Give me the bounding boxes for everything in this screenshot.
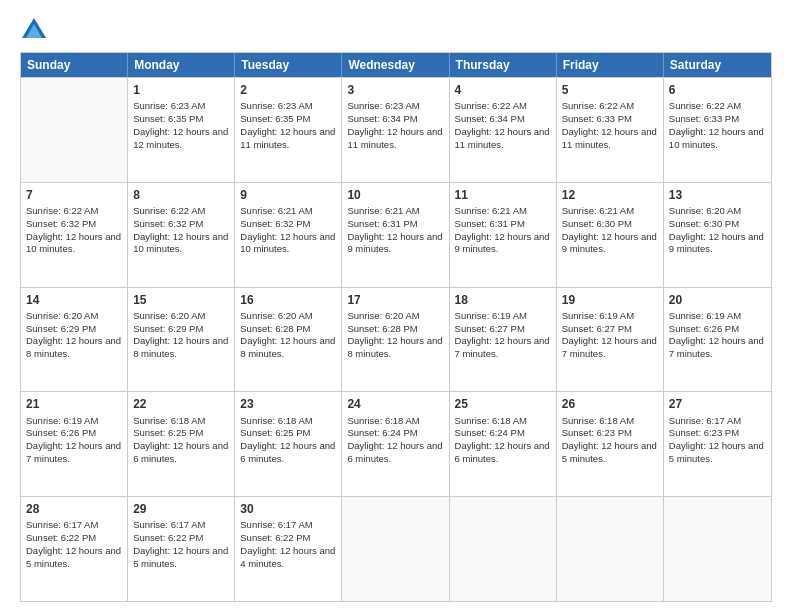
- calendar-header: SundayMondayTuesdayWednesdayThursdayFrid…: [21, 53, 771, 77]
- day-info: Sunrise: 6:19 AM Sunset: 6:26 PM Dayligh…: [26, 415, 121, 464]
- day-info: Sunrise: 6:18 AM Sunset: 6:24 PM Dayligh…: [347, 415, 442, 464]
- day-number: 2: [240, 82, 336, 98]
- day-header-friday: Friday: [557, 53, 664, 77]
- day-cell-11: 11Sunrise: 6:21 AM Sunset: 6:31 PM Dayli…: [450, 183, 557, 287]
- header: [20, 16, 772, 44]
- page: SundayMondayTuesdayWednesdayThursdayFrid…: [0, 0, 792, 612]
- day-info: Sunrise: 6:20 AM Sunset: 6:30 PM Dayligh…: [669, 205, 764, 254]
- day-cell-2: 2Sunrise: 6:23 AM Sunset: 6:35 PM Daylig…: [235, 78, 342, 182]
- day-number: 7: [26, 187, 122, 203]
- day-header-saturday: Saturday: [664, 53, 771, 77]
- day-number: 22: [133, 396, 229, 412]
- day-info: Sunrise: 6:23 AM Sunset: 6:35 PM Dayligh…: [133, 100, 228, 149]
- day-info: Sunrise: 6:20 AM Sunset: 6:29 PM Dayligh…: [26, 310, 121, 359]
- day-number: 27: [669, 396, 766, 412]
- day-info: Sunrise: 6:19 AM Sunset: 6:27 PM Dayligh…: [455, 310, 550, 359]
- day-info: Sunrise: 6:17 AM Sunset: 6:22 PM Dayligh…: [26, 519, 121, 568]
- day-number: 18: [455, 292, 551, 308]
- day-info: Sunrise: 6:22 AM Sunset: 6:32 PM Dayligh…: [26, 205, 121, 254]
- day-number: 26: [562, 396, 658, 412]
- empty-cell: [557, 497, 664, 601]
- day-info: Sunrise: 6:18 AM Sunset: 6:23 PM Dayligh…: [562, 415, 657, 464]
- day-number: 14: [26, 292, 122, 308]
- day-header-wednesday: Wednesday: [342, 53, 449, 77]
- day-cell-20: 20Sunrise: 6:19 AM Sunset: 6:26 PM Dayli…: [664, 288, 771, 392]
- day-header-monday: Monday: [128, 53, 235, 77]
- day-number: 24: [347, 396, 443, 412]
- empty-cell: [450, 497, 557, 601]
- day-info: Sunrise: 6:23 AM Sunset: 6:34 PM Dayligh…: [347, 100, 442, 149]
- day-cell-25: 25Sunrise: 6:18 AM Sunset: 6:24 PM Dayli…: [450, 392, 557, 496]
- day-info: Sunrise: 6:20 AM Sunset: 6:28 PM Dayligh…: [240, 310, 335, 359]
- day-number: 21: [26, 396, 122, 412]
- day-cell-22: 22Sunrise: 6:18 AM Sunset: 6:25 PM Dayli…: [128, 392, 235, 496]
- day-cell-17: 17Sunrise: 6:20 AM Sunset: 6:28 PM Dayli…: [342, 288, 449, 392]
- day-cell-21: 21Sunrise: 6:19 AM Sunset: 6:26 PM Dayli…: [21, 392, 128, 496]
- day-cell-30: 30Sunrise: 6:17 AM Sunset: 6:22 PM Dayli…: [235, 497, 342, 601]
- day-cell-13: 13Sunrise: 6:20 AM Sunset: 6:30 PM Dayli…: [664, 183, 771, 287]
- day-info: Sunrise: 6:23 AM Sunset: 6:35 PM Dayligh…: [240, 100, 335, 149]
- calendar-row-2: 14Sunrise: 6:20 AM Sunset: 6:29 PM Dayli…: [21, 287, 771, 392]
- day-info: Sunrise: 6:18 AM Sunset: 6:25 PM Dayligh…: [240, 415, 335, 464]
- empty-cell: [21, 78, 128, 182]
- day-number: 3: [347, 82, 443, 98]
- day-number: 20: [669, 292, 766, 308]
- day-number: 10: [347, 187, 443, 203]
- day-info: Sunrise: 6:18 AM Sunset: 6:24 PM Dayligh…: [455, 415, 550, 464]
- day-cell-29: 29Sunrise: 6:17 AM Sunset: 6:22 PM Dayli…: [128, 497, 235, 601]
- day-number: 8: [133, 187, 229, 203]
- day-cell-18: 18Sunrise: 6:19 AM Sunset: 6:27 PM Dayli…: [450, 288, 557, 392]
- day-info: Sunrise: 6:17 AM Sunset: 6:23 PM Dayligh…: [669, 415, 764, 464]
- day-info: Sunrise: 6:21 AM Sunset: 6:32 PM Dayligh…: [240, 205, 335, 254]
- day-info: Sunrise: 6:20 AM Sunset: 6:28 PM Dayligh…: [347, 310, 442, 359]
- day-cell-27: 27Sunrise: 6:17 AM Sunset: 6:23 PM Dayli…: [664, 392, 771, 496]
- day-cell-12: 12Sunrise: 6:21 AM Sunset: 6:30 PM Dayli…: [557, 183, 664, 287]
- calendar-row-3: 21Sunrise: 6:19 AM Sunset: 6:26 PM Dayli…: [21, 391, 771, 496]
- day-info: Sunrise: 6:17 AM Sunset: 6:22 PM Dayligh…: [240, 519, 335, 568]
- day-info: Sunrise: 6:21 AM Sunset: 6:31 PM Dayligh…: [347, 205, 442, 254]
- day-header-tuesday: Tuesday: [235, 53, 342, 77]
- day-info: Sunrise: 6:22 AM Sunset: 6:33 PM Dayligh…: [669, 100, 764, 149]
- day-number: 28: [26, 501, 122, 517]
- day-cell-3: 3Sunrise: 6:23 AM Sunset: 6:34 PM Daylig…: [342, 78, 449, 182]
- calendar-row-4: 28Sunrise: 6:17 AM Sunset: 6:22 PM Dayli…: [21, 496, 771, 601]
- day-info: Sunrise: 6:21 AM Sunset: 6:31 PM Dayligh…: [455, 205, 550, 254]
- day-number: 9: [240, 187, 336, 203]
- day-cell-24: 24Sunrise: 6:18 AM Sunset: 6:24 PM Dayli…: [342, 392, 449, 496]
- day-cell-10: 10Sunrise: 6:21 AM Sunset: 6:31 PM Dayli…: [342, 183, 449, 287]
- day-cell-5: 5Sunrise: 6:22 AM Sunset: 6:33 PM Daylig…: [557, 78, 664, 182]
- day-number: 6: [669, 82, 766, 98]
- day-number: 12: [562, 187, 658, 203]
- day-info: Sunrise: 6:22 AM Sunset: 6:33 PM Dayligh…: [562, 100, 657, 149]
- day-number: 1: [133, 82, 229, 98]
- day-number: 17: [347, 292, 443, 308]
- day-info: Sunrise: 6:19 AM Sunset: 6:26 PM Dayligh…: [669, 310, 764, 359]
- day-info: Sunrise: 6:20 AM Sunset: 6:29 PM Dayligh…: [133, 310, 228, 359]
- day-header-thursday: Thursday: [450, 53, 557, 77]
- logo-icon: [20, 16, 48, 44]
- day-info: Sunrise: 6:17 AM Sunset: 6:22 PM Dayligh…: [133, 519, 228, 568]
- day-number: 19: [562, 292, 658, 308]
- calendar-body: 1Sunrise: 6:23 AM Sunset: 6:35 PM Daylig…: [21, 77, 771, 601]
- day-number: 16: [240, 292, 336, 308]
- day-info: Sunrise: 6:22 AM Sunset: 6:34 PM Dayligh…: [455, 100, 550, 149]
- day-cell-9: 9Sunrise: 6:21 AM Sunset: 6:32 PM Daylig…: [235, 183, 342, 287]
- day-cell-16: 16Sunrise: 6:20 AM Sunset: 6:28 PM Dayli…: [235, 288, 342, 392]
- empty-cell: [664, 497, 771, 601]
- day-number: 11: [455, 187, 551, 203]
- calendar-row-0: 1Sunrise: 6:23 AM Sunset: 6:35 PM Daylig…: [21, 77, 771, 182]
- day-number: 4: [455, 82, 551, 98]
- day-cell-7: 7Sunrise: 6:22 AM Sunset: 6:32 PM Daylig…: [21, 183, 128, 287]
- day-number: 15: [133, 292, 229, 308]
- day-number: 13: [669, 187, 766, 203]
- day-info: Sunrise: 6:22 AM Sunset: 6:32 PM Dayligh…: [133, 205, 228, 254]
- day-cell-1: 1Sunrise: 6:23 AM Sunset: 6:35 PM Daylig…: [128, 78, 235, 182]
- day-number: 30: [240, 501, 336, 517]
- day-cell-14: 14Sunrise: 6:20 AM Sunset: 6:29 PM Dayli…: [21, 288, 128, 392]
- day-cell-28: 28Sunrise: 6:17 AM Sunset: 6:22 PM Dayli…: [21, 497, 128, 601]
- day-number: 29: [133, 501, 229, 517]
- day-info: Sunrise: 6:21 AM Sunset: 6:30 PM Dayligh…: [562, 205, 657, 254]
- day-number: 25: [455, 396, 551, 412]
- day-number: 23: [240, 396, 336, 412]
- day-cell-6: 6Sunrise: 6:22 AM Sunset: 6:33 PM Daylig…: [664, 78, 771, 182]
